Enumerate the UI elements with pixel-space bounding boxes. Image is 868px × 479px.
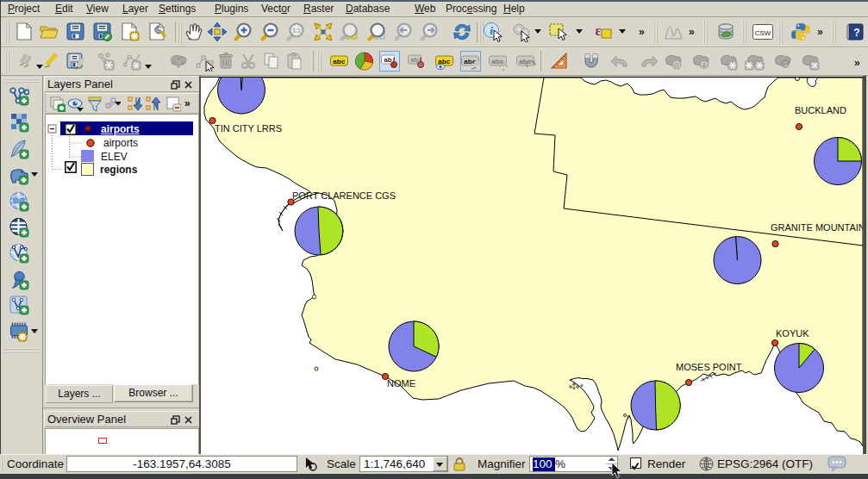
svg-text:MOSES POINT: MOSES POINT [676, 362, 742, 372]
svg-text:i: i [490, 24, 493, 37]
svg-text:ab: ab [411, 56, 419, 64]
svg-text:?: ? [853, 27, 859, 39]
svg-text:PORT CLARENCE CGS: PORT CLARENCE CGS [292, 190, 396, 201]
svg-text:KOYUK: KOYUK [776, 328, 809, 339]
svg-text:ab: ab [384, 56, 392, 64]
svg-text:G: G [674, 62, 678, 68]
svg-text:TIN CITY LRRS: TIN CITY LRRS [215, 123, 282, 134]
svg-text:abc: abc [491, 58, 503, 65]
svg-text:1:1: 1:1 [292, 28, 301, 34]
svg-text:GRANITE MOUNTAIN: GRANITE MOUNTAIN [771, 222, 863, 233]
svg-text:CSW: CSW [755, 29, 771, 37]
svg-text:ε: ε [596, 23, 602, 38]
svg-text:abc: abc [333, 58, 345, 65]
svg-text:NOME: NOME [387, 378, 415, 389]
svg-text:BUCKLAND: BUCKLAND [795, 105, 846, 115]
